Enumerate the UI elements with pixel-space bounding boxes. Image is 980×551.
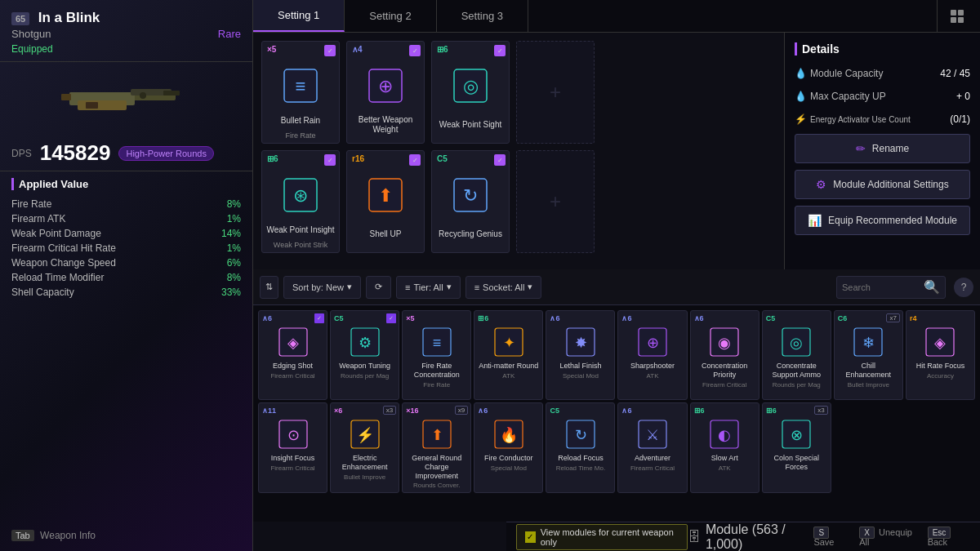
- equipped-module-slot[interactable]: +: [516, 150, 595, 253]
- module-name: Better Weapon Weight: [350, 115, 421, 135]
- card-subtype: Firearm Critical: [702, 381, 746, 389]
- search-box[interactable]: 🔍: [836, 276, 946, 299]
- weapon-image-area: [0, 62, 252, 136]
- card-subtype: Rounds per Mag: [773, 381, 821, 389]
- svg-text:⊙: ⊙: [287, 427, 299, 443]
- module-icon: ⊕: [361, 61, 410, 110]
- module-card[interactable]: ×6 x3 ⚡ Electric Enhancement Bullet Impr…: [330, 402, 399, 493]
- svg-text:≡: ≡: [432, 335, 441, 351]
- module-card[interactable]: ∧6 ⊕ Sharpshooter ATK: [617, 310, 687, 400]
- module-card[interactable]: ∧6 ◉ Concentration Priority Firearm Crit…: [690, 310, 760, 400]
- svg-rect-3: [78, 100, 127, 110]
- module-equip-icon: ✓: [494, 154, 506, 166]
- module-equip-icon: ✓: [409, 154, 421, 166]
- module-card[interactable]: ∧11 ⊙ Insight Focus Firearm Critical: [258, 402, 327, 493]
- module-settings-button[interactable]: ⚙ Module Additional Settings: [795, 170, 970, 199]
- card-icon: ⊕: [635, 324, 670, 360]
- module-count: Module (563 / 1,000): [706, 522, 814, 552]
- card-tier: C6: [838, 314, 848, 322]
- module-cards-grid: ∧6 ✓ ◈ Edging Shot Firearm Critical C5 ✓…: [253, 305, 980, 498]
- stat-name: Firearm Critical Hit Rate: [11, 242, 116, 254]
- view-current-only-toggle[interactable]: ✓ View modules for current weapon only: [516, 524, 688, 550]
- module-card[interactable]: ⊞6 ✦ Anti-matter Round ATK: [474, 310, 543, 400]
- svg-text:⬆: ⬆: [430, 427, 443, 443]
- back-control: Esc Back: [928, 527, 970, 547]
- module-card[interactable]: C5 ◎ Concentrate Support Ammo Rounds per…: [762, 310, 831, 400]
- module-card[interactable]: r4 ◈ Hit Rate Focus Accuracy: [906, 310, 975, 400]
- help-button[interactable]: ?: [954, 278, 973, 297]
- settings-icon: ⚙: [816, 178, 826, 191]
- module-equip-icon: ✓: [324, 154, 336, 166]
- card-icon: ↻: [563, 416, 599, 452]
- sort-by-button[interactable]: Sort by: New ▾: [283, 276, 361, 299]
- module-subtype: Fire Rate: [285, 131, 315, 140]
- save-label: Save: [813, 537, 834, 547]
- tab-setting1[interactable]: Setting 1: [253, 0, 345, 32]
- equipped-module-slot[interactable]: ⊞6 ✓ ⊛ Weak Point Insight Weak Point Str…: [261, 150, 340, 253]
- module-card[interactable]: ⊞6 ◐ Slow Art ATK: [690, 402, 760, 493]
- card-subtype: Accuracy: [927, 372, 954, 380]
- tier-filter-button[interactable]: ≡ Tier: All ▾: [396, 276, 461, 299]
- module-tier: ⊞6: [437, 45, 448, 54]
- svg-text:🔥: 🔥: [500, 426, 519, 444]
- module-card[interactable]: ∧6 ⚔ Adventurer Firearm Critical: [617, 402, 687, 493]
- card-subtype: Rounds per Mag: [341, 372, 389, 380]
- weapon-level: 65: [11, 12, 29, 25]
- card-tier: ∧6: [694, 314, 704, 322]
- module-card[interactable]: ×16 x9 ⬆ General Round Charge Improvemen…: [402, 402, 471, 493]
- module-tier: ⊞6: [267, 154, 278, 163]
- save-control: S Save: [813, 527, 849, 547]
- equipped-module-slot[interactable]: ∧4 ✓ ⊕ Better Weapon Weight: [346, 41, 425, 144]
- stat-row: Firearm Critical Hit Rate1%: [11, 241, 241, 256]
- left-panel: 65 In a Blink Shotgun Rare Equipped DPS …: [0, 0, 253, 551]
- grid-icon: [951, 10, 967, 23]
- svg-text:⊗: ⊗: [791, 427, 803, 443]
- card-subtype: ATK: [647, 372, 659, 380]
- stat-name: Fire Rate: [11, 198, 51, 210]
- card-tier: ∧6: [262, 314, 272, 322]
- back-label: Back: [928, 537, 947, 547]
- module-card[interactable]: C6 x7 ❄ Chill Enhancement Bullet Improve: [834, 310, 903, 400]
- equip-recommended-button[interactable]: 📊 Equip Recommended Module: [795, 206, 970, 235]
- equipped-module-slot[interactable]: C5 ✓ ↻ Recycling Genius: [431, 150, 510, 253]
- equipped-module-slot[interactable]: ×5 ✓ ≡ Bullet Rain Fire Rate: [261, 41, 340, 144]
- card-icon: ⚡: [347, 416, 383, 452]
- sort-button[interactable]: ⇅: [260, 276, 278, 299]
- card-name: Concentrate Support Ammo: [766, 362, 827, 380]
- tab-grid-button[interactable]: [937, 0, 980, 32]
- svg-rect-8: [951, 10, 956, 16]
- ammo-badge: High-Power Rounds: [118, 146, 213, 161]
- equipped-module-slot[interactable]: +: [516, 41, 595, 144]
- module-card[interactable]: C5 ✓ ⚙ Weapon Tuning Rounds per Mag: [330, 310, 399, 400]
- card-tier: ∧6: [621, 314, 631, 322]
- search-input[interactable]: [842, 282, 924, 292]
- socket-filter-button[interactable]: ≡ Socket: All ▾: [466, 276, 542, 299]
- storage-icon: 🗄: [688, 530, 701, 544]
- equipped-module-slot[interactable]: ⊞6 ✓ ◎ Weak Point Sight: [431, 41, 510, 144]
- tab-setting3[interactable]: Setting 3: [437, 0, 528, 32]
- tab-info[interactable]: Tab Weapon Info: [11, 530, 96, 541]
- dps-value: 145829: [40, 140, 111, 166]
- refresh-button[interactable]: ⟳: [366, 276, 391, 299]
- equipped-module-slot[interactable]: r16 ✓ ⬆ Shell UP: [346, 150, 425, 253]
- module-card[interactable]: ×5 ≡ Fire Rate Concentration Fire Rate: [402, 310, 471, 400]
- module-card[interactable]: C5 ↻ Reload Focus Reload Time Mo.: [546, 402, 615, 493]
- module-card[interactable]: ∧6 ✸ Lethal Finish Special Mod: [546, 310, 615, 400]
- card-icon: ✸: [563, 324, 599, 360]
- settings-tabs: Setting 1 Setting 2 Setting 3: [253, 0, 980, 33]
- energy-label: ⚡ Energy Activator Use Count: [795, 113, 911, 125]
- module-card[interactable]: ∧6 ✓ ◈ Edging Shot Firearm Critical: [258, 310, 327, 400]
- module-equip-icon: ✓: [494, 45, 506, 56]
- equipped-module-slots: ×5 ✓ ≡ Bullet Rain Fire Rate ∧4 ✓ ⊕ Bett…: [253, 33, 784, 269]
- card-tier: C5: [334, 314, 344, 322]
- svg-text:✦: ✦: [502, 335, 514, 351]
- module-card[interactable]: ∧6 🔥 Fire Conductor Special Mod: [474, 402, 543, 493]
- card-icon: 🔥: [491, 416, 527, 452]
- card-tier: ⊞6: [766, 407, 777, 415]
- module-card[interactable]: ⊞6 x3 ⊗ Colon Special Forces: [762, 402, 831, 493]
- tab-setting2[interactable]: Setting 2: [345, 0, 436, 32]
- rename-button[interactable]: ✏ Rename: [795, 134, 970, 163]
- equip-icon: 📊: [808, 214, 822, 227]
- card-name: Slow Art: [711, 454, 738, 463]
- module-capacity-row: 💧 Module Capacity 42 / 45: [795, 65, 970, 82]
